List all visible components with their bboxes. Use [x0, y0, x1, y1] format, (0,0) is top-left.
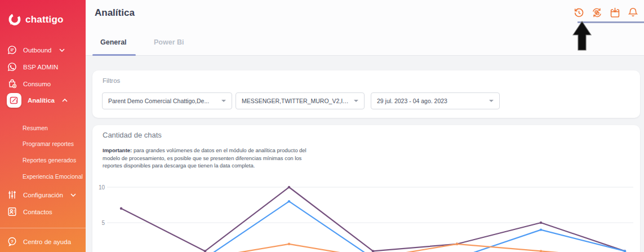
tab-general[interactable]: General	[100, 38, 127, 46]
sidebar-item-analitica[interactable]: Analítica	[7, 93, 68, 108]
sidebar-divider	[0, 228, 86, 228]
sidebar-subitem-experiencia-emocional[interactable]: Experiencia Emocional	[23, 173, 83, 180]
analytics-chip	[7, 93, 21, 108]
svg-text:5: 5	[101, 220, 105, 226]
sidebar-item-label: Consumo	[23, 81, 51, 87]
chevron-down-icon	[354, 100, 358, 102]
history-icon	[573, 7, 585, 19]
page-title: Analítica	[95, 7, 135, 19]
date-range-dropdown[interactable]: 29 jul. 2023 - 04 ago. 2023	[371, 92, 500, 109]
sidebar-item-contactos[interactable]: Contactos	[7, 207, 52, 216]
sidebar-subitem-reportes-generados[interactable]: Reportes generados	[23, 157, 76, 163]
active-tab-indicator	[92, 54, 136, 56]
filters-title: Filtros	[103, 77, 120, 84]
chevron-down-icon	[59, 48, 65, 52]
whatsapp-icon	[7, 62, 17, 72]
chevron-down-icon	[70, 193, 76, 197]
sidebar-item-label: Outbound	[23, 47, 52, 54]
sidebar-subitem-resumen[interactable]: Resumen	[23, 125, 48, 131]
sidebar-item-label: BSP ADMIN	[23, 64, 58, 70]
notifications-button[interactable]	[627, 7, 639, 19]
sidebar: chattigo Outbound BSP ADMIN Consumo	[0, 0, 86, 252]
sidebar-item-label: Analítica	[28, 97, 55, 104]
account-filter-dropdown[interactable]: Parent Demo Comercial Chattigo,De...	[102, 92, 232, 109]
download-icon	[609, 7, 621, 19]
chats-chart-card: Cantidad de chats Importante: para grand…	[92, 125, 640, 252]
sliders-icon	[7, 190, 17, 200]
svg-text:10: 10	[99, 184, 105, 191]
bell-icon	[627, 7, 639, 19]
sync-icon	[591, 7, 603, 19]
chevron-up-icon	[62, 99, 68, 102]
sidebar-item-label: Centro de ayuda	[23, 238, 71, 245]
sync-button[interactable]	[591, 7, 603, 19]
logo-text: chattigo	[25, 14, 64, 25]
chevron-down-icon	[489, 100, 494, 102]
channels-filter-value: MESSENGER,TWITTER_MURO_V2,INS...	[242, 98, 349, 104]
filters-card: Filtros Parent Demo Comercial Chattigo,D…	[92, 70, 640, 118]
sidebar-item-label: Configuración	[23, 192, 63, 198]
account-filter-value: Parent Demo Comercial Chattigo,De...	[108, 98, 209, 104]
history-button[interactable]	[573, 7, 585, 19]
chevron-down-icon	[221, 100, 226, 102]
help-icon: ?	[7, 237, 17, 246]
chats-line-chart: 510	[92, 125, 640, 252]
contacts-icon	[7, 207, 17, 216]
tab-power-bi[interactable]: Power Bi	[154, 38, 184, 46]
sidebar-subitem-programar-reportes[interactable]: Programar reportes	[23, 140, 74, 147]
shopping-bag-plus-icon	[7, 79, 17, 89]
chattigo-logo-icon	[7, 12, 22, 27]
download-button[interactable]	[609, 7, 621, 19]
date-range-value: 29 jul. 2023 - 04 ago. 2023	[377, 98, 447, 104]
analytics-icon	[10, 96, 19, 105]
chat-lines-icon	[7, 45, 17, 55]
sidebar-item-consumo[interactable]: Consumo	[7, 79, 51, 89]
sidebar-item-centro-de-ayuda[interactable]: ? Centro de ayuda	[7, 237, 71, 246]
sidebar-item-bsp-admin[interactable]: BSP ADMIN	[7, 62, 58, 72]
header: Analítica General Power Bi	[86, 0, 644, 56]
sidebar-item-label: Contactos	[23, 209, 52, 215]
chattigo-logo[interactable]: chattigo	[7, 12, 64, 27]
annotation-arrow	[572, 20, 593, 52]
svg-text:?: ?	[11, 239, 14, 244]
sidebar-item-outbound[interactable]: Outbound	[7, 45, 65, 55]
sidebar-item-configuracion[interactable]: Configuración	[7, 190, 76, 200]
channels-filter-dropdown[interactable]: MESSENGER,TWITTER_MURO_V2,INS...	[236, 92, 365, 109]
header-toolbar	[573, 7, 639, 19]
